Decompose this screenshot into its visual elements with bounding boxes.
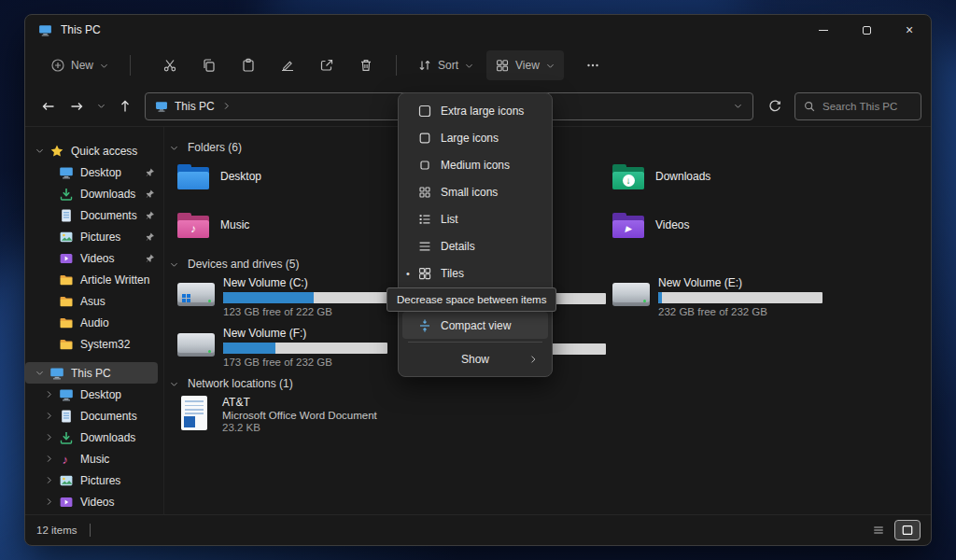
sidebar-label: Documents (80, 209, 137, 222)
sidebar-item-audio[interactable]: Audio (25, 312, 163, 333)
copy-button[interactable] (191, 50, 227, 80)
menu-item-label: Compact view (441, 319, 511, 332)
folder-icon (59, 273, 74, 287)
sidebar-item-downloads[interactable]: Downloads (25, 183, 163, 204)
more-options-button[interactable] (575, 50, 611, 80)
selected-bullet-icon: • (406, 268, 410, 279)
sidebar-pc-music[interactable]: Music (25, 448, 163, 469)
menu-item-show[interactable]: Show (402, 345, 548, 372)
chevron-down-icon[interactable] (169, 379, 179, 389)
details-view-toggle[interactable] (866, 521, 891, 539)
drive-tile-c[interactable]: New Volume (C:) 123 GB free of 222 GB (177, 276, 387, 317)
sidebar-label: Downloads (80, 431, 135, 444)
menu-item-medium-icons[interactable]: Medium icons (402, 151, 548, 178)
section-header-network[interactable]: Network locations (1) (169, 376, 293, 391)
chevron-down-icon[interactable] (35, 368, 45, 378)
menu-item-details[interactable]: Details (402, 232, 548, 259)
share-button[interactable] (309, 50, 344, 80)
search-input[interactable] (822, 101, 913, 112)
drive-tile-e[interactable]: New Volume (E:) 232 GB free of 232 GB (612, 276, 822, 317)
sidebar-item-videos[interactable]: Videos (25, 247, 163, 269)
new-button[interactable]: New (42, 50, 118, 80)
paste-button[interactable] (231, 50, 266, 80)
sidebar-item-desktop[interactable]: Desktop (25, 161, 163, 183)
sidebar-pc-pictures[interactable]: Pictures (25, 469, 163, 491)
sidebar-label: Quick access (71, 145, 137, 158)
thumbnail-view-toggle[interactable] (895, 521, 920, 539)
section-header-folders[interactable]: Folders (6) (169, 140, 242, 155)
chevron-down-icon[interactable] (169, 259, 179, 270)
chevron-right-icon[interactable] (44, 411, 54, 421)
sidebar-quick-access[interactable]: Quick access (25, 140, 163, 161)
chevron-right-icon (221, 101, 232, 111)
breadcrumb[interactable]: This PC (175, 100, 215, 113)
sidebar-this-pc[interactable]: This PC (25, 362, 158, 384)
network-item-att[interactable]: AT&T Microsoft Office Word Document 23.2… (181, 396, 377, 433)
submenu-chevron-right-icon (527, 354, 539, 365)
sidebar-item-documents[interactable]: Documents (25, 204, 163, 226)
folder-icon (59, 337, 74, 352)
item-count: 12 items (36, 525, 77, 536)
drive-tile-f[interactable]: New Volume (F:) 173 GB free of 232 GB (177, 327, 387, 368)
view-button[interactable]: View (486, 50, 564, 80)
chevron-right-icon[interactable] (44, 454, 54, 464)
menu-item-label: Small icons (441, 186, 498, 199)
chevron-right-icon[interactable] (44, 389, 54, 399)
network-item-type: Microsoft Office Word Document (222, 410, 377, 421)
sidebar-pc-videos[interactable]: Videos (25, 491, 163, 512)
scissors-icon (162, 58, 177, 73)
download-icon (59, 187, 74, 202)
chevron-right-icon[interactable] (44, 432, 54, 442)
folder-tile-music[interactable]: Music (177, 203, 387, 246)
sidebar-item-asus[interactable]: Asus (25, 290, 163, 312)
menu-item-compact-view[interactable]: Compact view (402, 312, 548, 339)
rename-button[interactable] (270, 50, 305, 80)
chevron-right-icon[interactable] (44, 497, 54, 507)
back-button[interactable] (35, 92, 63, 120)
chevron-down-icon[interactable] (169, 143, 179, 153)
document-icon (59, 208, 74, 223)
chevron-down-icon[interactable] (35, 146, 45, 156)
sidebar-pc-downloads[interactable]: Downloads (25, 427, 163, 448)
chevron-right-icon[interactable] (44, 475, 54, 485)
menu-item-label: Tiles (441, 267, 464, 280)
view-grid-icon (495, 58, 510, 73)
recent-locations-button[interactable] (91, 92, 111, 120)
menu-item-list[interactable]: List (402, 205, 548, 232)
sidebar-item-article-written[interactable]: Article Written (25, 269, 163, 290)
minimize-button[interactable] (802, 15, 845, 45)
title-bar[interactable]: This PC × (25, 15, 931, 45)
sort-button[interactable]: Sort (409, 50, 483, 80)
menu-item-large-icons[interactable]: Large icons (402, 124, 548, 151)
refresh-button[interactable] (761, 92, 789, 120)
folder-tile-desktop[interactable]: Desktop (177, 155, 387, 198)
up-button[interactable] (111, 92, 139, 120)
menu-item-tiles[interactable]: • Tiles (402, 259, 548, 287)
navigation-pane: Quick access Desktop Downloads Documents… (25, 127, 164, 514)
monitor-icon (49, 366, 64, 381)
up-arrow-icon (118, 99, 133, 114)
section-header-drives[interactable]: Devices and drives (5) (169, 257, 299, 272)
menu-item-extra-large-icons[interactable]: Extra large icons (402, 97, 548, 124)
sidebar-label: Desktop (80, 166, 121, 179)
cut-button[interactable] (152, 50, 188, 80)
drive-usage-bar (658, 292, 822, 303)
sidebar-pc-documents[interactable]: Documents (25, 405, 163, 427)
address-dropdown-icon[interactable] (733, 101, 743, 111)
extra-large-icon (417, 104, 432, 119)
forward-button[interactable] (63, 92, 91, 120)
pin-icon (145, 167, 155, 177)
sidebar-label: Desktop (80, 388, 121, 401)
menu-item-label: Large icons (441, 132, 499, 145)
delete-button[interactable] (348, 50, 384, 80)
sidebar-pc-desktop[interactable]: Desktop (25, 384, 163, 405)
sidebar-item-pictures[interactable]: Pictures (25, 226, 163, 247)
sidebar-item-system32[interactable]: System32 (25, 333, 163, 355)
picture-icon (59, 230, 74, 245)
small-grid-icon (417, 185, 432, 200)
folder-tile-videos[interactable]: Videos (612, 203, 822, 246)
menu-item-small-icons[interactable]: Small icons (402, 178, 548, 205)
close-button[interactable]: × (888, 15, 931, 45)
folder-tile-downloads[interactable]: Downloads (612, 155, 822, 198)
maximize-button[interactable] (845, 15, 888, 45)
